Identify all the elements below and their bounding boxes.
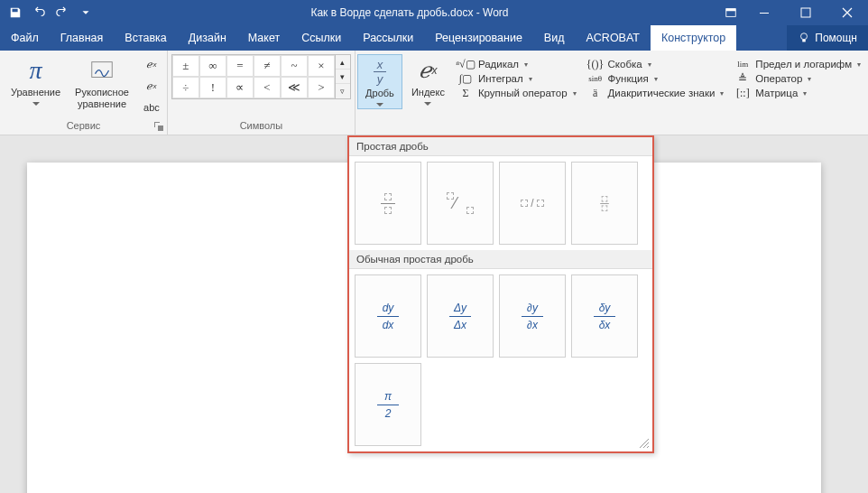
fraction-deltay-deltax[interactable]: ΔyΔx <box>427 274 494 358</box>
redo-button[interactable] <box>52 3 72 23</box>
tab-insert[interactable]: Вставка <box>114 25 177 51</box>
fraction-button[interactable]: xy Дробь <box>357 54 402 109</box>
symbol-cell[interactable]: ~ <box>281 55 308 77</box>
script-icon: ℯx <box>413 56 442 85</box>
fraction-small[interactable] <box>571 162 638 245</box>
ink-equation-label: Рукописное уравнение <box>75 87 129 109</box>
structures-col-3: limПредел и логарифм▾ ≜Оператор▾ [::]Мат… <box>729 54 866 99</box>
tab-references[interactable]: Ссылки <box>291 25 352 51</box>
fraction-stacked[interactable] <box>355 162 421 245</box>
minimize-button[interactable] <box>743 0 785 25</box>
quick-access-toolbar <box>0 3 101 23</box>
tab-review[interactable]: Рецензирование <box>424 25 533 51</box>
gallery-scroll-up[interactable]: ▴ <box>336 55 350 70</box>
chevron-down-icon: ▾ <box>524 60 528 69</box>
script-button[interactable]: ℯx Индекс <box>404 54 452 107</box>
fraction-gallery-dropdown: Простая дробь ∕ / <box>347 135 654 453</box>
symbol-cell[interactable]: ≪ <box>281 77 308 98</box>
symbol-cell[interactable]: ∞ <box>199 55 226 77</box>
normal-text-button[interactable]: abc <box>140 98 163 117</box>
ribbon-display-options-button[interactable] <box>718 6 743 19</box>
symbol-gallery[interactable]: ± ∞ = ≠ ~ × ÷ ! ∝ < ≪ > <box>171 54 336 99</box>
resize-grip-icon[interactable] <box>640 439 649 448</box>
matrix-icon: [::] <box>734 87 751 99</box>
tab-layout[interactable]: Макет <box>237 25 291 51</box>
chevron-down-icon: ▾ <box>720 89 724 98</box>
svg-rect-2 <box>760 13 769 14</box>
titlebar: Как в Ворде сделать дробь.docx - Word <box>0 0 868 25</box>
symbol-cell[interactable]: ! <box>199 77 226 98</box>
equation-button[interactable]: π Уравнение <box>4 54 68 107</box>
qat-customize-button[interactable] <box>76 3 96 23</box>
close-button[interactable] <box>826 0 868 25</box>
integral-label: Интеграл <box>478 73 523 84</box>
ribbon-tabs: Файл Главная Вставка Дизайн Макет Ссылки… <box>0 25 868 51</box>
gallery-expand[interactable]: ▿ <box>336 84 350 98</box>
tab-file[interactable]: Файл <box>0 25 50 51</box>
structures-col-1: ⁿ√▢Радикал▾ ∫▢Интеграл▾ ΣКрупный операто… <box>452 54 582 99</box>
function-icon: sinθ <box>587 72 604 85</box>
lightbulb-icon <box>798 32 810 44</box>
fraction-skewed[interactable]: ∕ <box>427 162 494 245</box>
tell-me-button[interactable]: Помощн <box>787 25 868 51</box>
group-service-label: Сервис <box>0 118 167 135</box>
tab-mailings[interactable]: Рассылки <box>352 25 424 51</box>
ink-equation-button[interactable]: Рукописное уравнение <box>68 54 136 111</box>
large-operator-button[interactable]: ΣКрупный оператор▾ <box>457 87 577 99</box>
gallery-scroll-down[interactable]: ▾ <box>336 70 350 84</box>
tab-design[interactable]: Дизайн <box>178 25 237 51</box>
fraction-pi-2[interactable]: π2 <box>355 363 421 446</box>
chevron-down-icon: ▾ <box>808 75 811 83</box>
professional-format-button[interactable]: ℯx <box>140 54 163 74</box>
limit-label: Предел и логарифм <box>755 59 852 70</box>
integral-button[interactable]: ∫▢Интеграл▾ <box>457 72 577 85</box>
undo-button[interactable] <box>29 3 49 23</box>
maximize-button[interactable] <box>785 0 826 25</box>
dialog-launcher-icon[interactable] <box>154 122 163 131</box>
symbol-cell[interactable]: > <box>308 77 335 98</box>
symbol-gallery-scroll: ▴ ▾ ▿ <box>336 54 351 99</box>
svg-point-4 <box>801 33 808 40</box>
symbol-cell[interactable]: × <box>308 55 335 77</box>
radical-button[interactable]: ⁿ√▢Радикал▾ <box>457 58 577 70</box>
matrix-button[interactable]: [::]Матрица▾ <box>734 87 861 99</box>
fraction-dy-dx[interactable]: dydx <box>355 274 421 358</box>
placeholder-icon <box>384 207 392 214</box>
symbol-cell[interactable]: < <box>254 77 281 98</box>
accent-button[interactable]: äДиакритические знаки▾ <box>587 87 725 99</box>
symbol-cell[interactable]: = <box>226 55 254 77</box>
fraction-linear[interactable]: / <box>499 162 566 245</box>
save-button[interactable] <box>5 3 25 23</box>
linear-format-button[interactable]: ℯx <box>140 76 163 96</box>
bracket-button[interactable]: {()}Скобка▾ <box>587 58 725 70</box>
svg-rect-3 <box>801 8 810 17</box>
operator-button[interactable]: ≜Оператор▾ <box>734 72 861 85</box>
window-controls <box>743 0 868 25</box>
bracket-icon: {()} <box>587 58 604 70</box>
limit-button[interactable]: limПредел и логарифм▾ <box>734 58 861 70</box>
structures-col-2: {()}Скобка▾ sinθФункция▾ äДиакритические… <box>582 54 730 99</box>
fraction-delta-small[interactable]: δyδx <box>571 274 638 358</box>
placeholder-icon <box>537 200 544 207</box>
accent-label: Диакритические знаки <box>608 88 716 98</box>
tell-me-label: Помощн <box>815 32 857 44</box>
operator-label: Оператор <box>755 73 802 84</box>
ribbon: π Уравнение Рукописное уравнение ℯx ℯx a… <box>0 51 868 135</box>
chevron-down-icon <box>376 103 383 107</box>
radical-icon: ⁿ√▢ <box>457 58 474 70</box>
tab-equation-design[interactable]: Конструктор <box>651 25 736 51</box>
chevron-down-icon: ▾ <box>803 89 807 98</box>
symbol-cell[interactable]: ≠ <box>254 55 281 77</box>
tab-acrobat[interactable]: ACROBAT <box>575 25 651 51</box>
fraction-partialy-partialx[interactable]: ∂y∂x <box>499 274 566 358</box>
symbol-cell[interactable]: ± <box>172 55 199 77</box>
gallery-section-simple: Простая дробь <box>349 137 652 156</box>
symbol-cell[interactable]: ÷ <box>172 77 199 98</box>
chevron-down-icon: ▾ <box>654 75 658 83</box>
function-button[interactable]: sinθФункция▾ <box>587 72 725 85</box>
chevron-down-icon: ▾ <box>573 89 577 98</box>
group-structures-label <box>356 118 868 135</box>
tab-view[interactable]: Вид <box>533 25 576 51</box>
tab-home[interactable]: Главная <box>50 25 115 51</box>
symbol-cell[interactable]: ∝ <box>226 77 254 98</box>
